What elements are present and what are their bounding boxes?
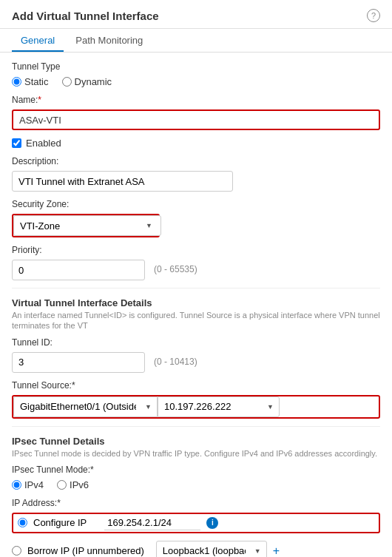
tunnel-type-static-radio[interactable]	[12, 77, 21, 87]
enabled-label: Enabled	[26, 138, 61, 149]
security-zone-select[interactable]: VTI-Zone	[13, 215, 161, 236]
description-label: Description:	[12, 156, 380, 166]
borrow-ip-radio[interactable]	[12, 546, 21, 556]
info-icon[interactable]: i	[206, 517, 218, 529]
tunnel-id-hint: (0 - 10413)	[154, 357, 197, 367]
enabled-checkbox[interactable]	[12, 138, 21, 148]
tunnel-source-row: Tunnel Source:* GigabitEthernet0/1 (Outs…	[12, 380, 380, 419]
security-zone-label: Security Zone:	[12, 199, 380, 209]
ip-address-label: IP Address:*	[12, 498, 380, 508]
ipsec-mode-row: IPsec Tunnel Mode:* IPv4 IPv6	[12, 465, 380, 490]
tunnel-source-ip-select[interactable]: 10.197.226.222	[158, 396, 280, 417]
add-loopback-icon[interactable]: +	[273, 544, 280, 557]
ipsec-mode-ipv4-radio[interactable]	[12, 480, 21, 490]
tunnel-type-row: Tunnel Type Static Dynamic	[12, 61, 380, 87]
ipsec-mode-label: IPsec Tunnel Mode:*	[12, 465, 380, 475]
description-row: Description:	[12, 156, 380, 192]
name-input[interactable]	[12, 109, 380, 130]
add-virtual-tunnel-dialog: Add Virtual Tunnel Interface ? General P…	[0, 0, 392, 557]
vti-section-desc: An interface named Tunnel<ID> is configu…	[12, 310, 380, 331]
tunnel-type-radio-group: Static Dynamic	[12, 76, 380, 87]
tunnel-source-highlighted: GigabitEthernet0/1 (Outside) 10.197.226.…	[12, 395, 380, 419]
security-zone-select-wrapper: VTI-Zone	[12, 214, 160, 237]
tunnel-id-label: Tunnel ID:	[12, 337, 145, 348]
dialog-header: Add Virtual Tunnel Interface ?	[0, 0, 392, 29]
tunnel-type-dynamic[interactable]: Dynamic	[62, 76, 112, 87]
ipsec-mode-ipv6[interactable]: IPv6	[57, 479, 89, 490]
dialog-title: Add Virtual Tunnel Interface	[12, 10, 159, 22]
configure-ip-row: Configure IP i	[12, 513, 380, 533]
configure-ip-input[interactable]	[104, 516, 200, 530]
ipsec-section: IPsec Tunnel Details IPsec Tunnel mode i…	[12, 436, 380, 459]
priority-hint: (0 - 65535)	[154, 264, 197, 274]
ipsec-mode-ipv6-radio[interactable]	[57, 480, 67, 490]
ipsec-mode-ipv4[interactable]: IPv4	[12, 479, 44, 490]
tunnel-source-interface-select[interactable]: GigabitEthernet0/1 (Outside)	[13, 396, 158, 417]
ip-address-section: IP Address:* Configure IP i Borrow IP (I…	[12, 498, 380, 557]
tab-general[interactable]: General	[12, 29, 64, 52]
borrow-ip-label: Borrow IP (IP unnumbered)	[27, 545, 144, 556]
description-input[interactable]	[12, 171, 233, 192]
tunnel-id-input[interactable]	[12, 352, 145, 373]
tab-path-monitoring[interactable]: Path Monitoring	[67, 29, 152, 52]
borrow-ip-select[interactable]: Loopback1 (loopback)	[156, 541, 267, 557]
name-row: Name:*	[12, 95, 380, 130]
tunnel-type-label: Tunnel Type	[12, 61, 380, 72]
tunnel-id-row: Tunnel ID: (0 - 10413)	[12, 337, 380, 373]
security-zone-row: Security Zone: VTI-Zone	[12, 199, 380, 237]
tunnel-type-static[interactable]: Static	[12, 76, 49, 87]
ipsec-mode-radio-group: IPv4 IPv6	[12, 479, 380, 490]
borrow-ip-row: Borrow IP (IP unnumbered) Loopback1 (loo…	[12, 538, 380, 557]
ipsec-section-title: IPsec Tunnel Details	[12, 436, 380, 447]
tunnel-source-ip-wrapper: 10.197.226.222	[158, 396, 280, 417]
priority-row: Priority: (0 - 65535)	[12, 245, 380, 280]
tab-bar: General Path Monitoring	[0, 29, 392, 53]
borrow-ip-select-wrapper: Loopback1 (loopback)	[156, 541, 267, 557]
tunnel-source-label: Tunnel Source:*	[12, 380, 380, 391]
enabled-row: Enabled	[12, 138, 380, 149]
configure-ip-radio[interactable]	[18, 518, 27, 527]
help-icon[interactable]: ?	[367, 9, 380, 22]
dialog-body: Tunnel Type Static Dynamic Name:*	[0, 53, 392, 557]
priority-input[interactable]	[12, 260, 145, 280]
tunnel-type-dynamic-radio[interactable]	[62, 77, 72, 87]
vti-section: Virtual Tunnel Interface Details An inte…	[12, 297, 380, 331]
ipsec-section-desc: IPsec Tunnel mode is decided by VPN traf…	[12, 448, 380, 459]
priority-label: Priority:	[12, 245, 145, 255]
vti-section-title: Virtual Tunnel Interface Details	[12, 297, 380, 308]
configure-ip-label: Configure IP	[33, 517, 87, 528]
tunnel-source-interface-wrapper: GigabitEthernet0/1 (Outside)	[13, 396, 158, 417]
name-label: Name:*	[12, 95, 380, 105]
